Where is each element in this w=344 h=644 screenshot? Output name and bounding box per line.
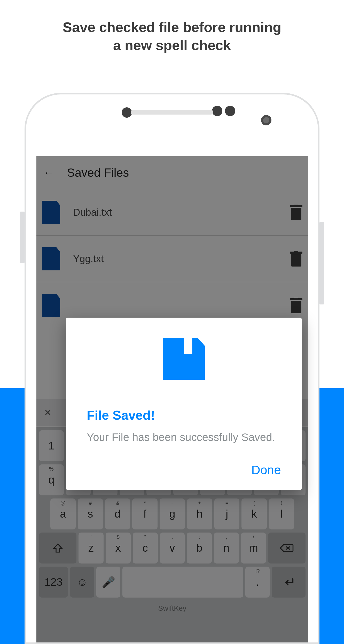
dialog-message: Your File has been successfully Saved.: [87, 430, 281, 445]
promo-line1: Save checked file before running: [63, 19, 281, 35]
sensor-dot: [225, 106, 235, 116]
sensor-dot: [212, 106, 222, 116]
dialog-title: File Saved!: [87, 408, 281, 423]
camera-dot: [261, 115, 271, 125]
save-floppy-icon: [161, 336, 207, 382]
phone-mockup: ← Saved Files Dubai.txt Ygg.txt: [25, 93, 319, 644]
speaker-slot: [131, 110, 213, 115]
promo-heading: Save checked file before running a new s…: [0, 18, 344, 54]
phone-top: [26, 94, 318, 156]
sensor-dot: [122, 107, 132, 118]
phone-side-button-right: [319, 222, 324, 304]
svg-rect-13: [184, 338, 192, 354]
promo-line2: a new spell check: [113, 37, 231, 53]
done-button[interactable]: Done: [251, 463, 281, 477]
phone-side-button-left: [20, 212, 25, 263]
file-saved-dialog: File Saved! Your File has been successfu…: [66, 318, 302, 490]
screen: ← Saved Files Dubai.txt Ygg.txt: [36, 156, 308, 644]
